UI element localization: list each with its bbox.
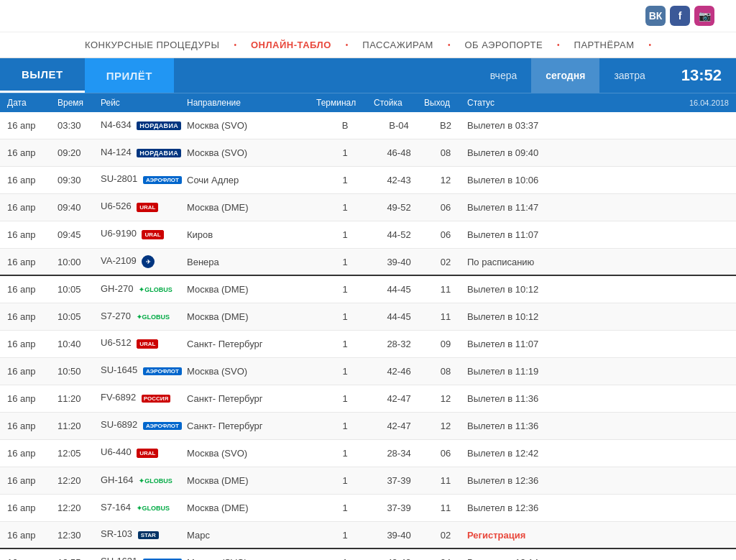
cell-stojka: 42-48 — [374, 557, 424, 560]
nav-about[interactable]: ОБ АЭРОПОРТЕ — [464, 40, 543, 50]
table-row: 16 апр 12:20 GH-164 ✦GLOBUS Москва (DME)… — [0, 467, 736, 495]
nav-konkurs[interactable]: КОНКУРСНЫЕ ПРОЦЕДУРЫ — [85, 40, 220, 50]
cell-status: Вылетел в 12:36 — [467, 475, 729, 486]
facebook-icon[interactable]: f — [670, 6, 690, 26]
cell-dest: Москва (DME) — [187, 475, 316, 486]
cell-exit: B2 — [424, 120, 467, 131]
col-header-stojka: Стойка — [374, 98, 424, 108]
cell-terminal: B — [316, 120, 374, 131]
tab-depart[interactable]: ВЫЛЕТ — [0, 58, 85, 93]
cell-status: Вылетел в 11:07 — [467, 229, 729, 240]
cell-terminal: 1 — [316, 366, 374, 377]
cell-stojka: 49-52 — [374, 202, 424, 213]
cell-dest: Санкт- Петербург — [187, 339, 316, 349]
table-row: 16 апр 10:05 GH-270 ✦GLOBUS Москва (DME)… — [0, 276, 736, 303]
cell-status: Вылетел в 10:12 — [467, 311, 729, 322]
top-nav: ВК f 📷 — [0, 0, 736, 32]
cell-status: Вылетел в 11:47 — [467, 202, 729, 213]
nav-partners[interactable]: ПАРТНЁРАМ — [574, 40, 635, 50]
cell-dest: Москва (SVO) — [187, 557, 316, 560]
vk-icon[interactable]: ВК — [645, 6, 666, 26]
col-header-status: Статус — [467, 98, 689, 108]
table-row: 16 апр 12:05 U6-440 URAL Москва (SVO) 1 … — [0, 440, 736, 467]
cell-flight: S7-164 ✦GLOBUS — [101, 502, 187, 515]
cell-stojka: 37-39 — [374, 502, 424, 513]
col-header-dest: Направление — [187, 98, 316, 108]
date-tabs: вчера сегодня завтра — [476, 58, 660, 93]
cell-time: 11:20 — [58, 421, 101, 431]
cell-stojka: 39-40 — [374, 530, 424, 541]
cell-dest: Киров — [187, 229, 316, 240]
cell-status: Регистрация — [467, 530, 729, 541]
table-row: 16 апр 10:50 SU-1645 АЭРОФЛОТ Москва (SV… — [0, 358, 736, 385]
cell-exit: 04 — [424, 557, 467, 560]
cell-stojka: 42-47 — [374, 421, 424, 431]
cell-terminal: 1 — [316, 448, 374, 459]
cell-status: Вылетел в 03:37 — [467, 120, 729, 131]
cell-stojka: 44-52 — [374, 229, 424, 240]
nav-passengers[interactable]: ПАССАЖИРАМ — [362, 40, 433, 50]
cell-date: 16 апр — [7, 475, 58, 486]
cell-exit: 12 — [424, 175, 467, 185]
cell-stojka: 44-45 — [374, 284, 424, 295]
cell-time: 10:40 — [58, 339, 101, 349]
cell-dest: Москва (DME) — [187, 202, 316, 213]
cell-dest: Москва (SVO) — [187, 366, 316, 377]
tab-arrive[interactable]: ПРИЛЁТ — [85, 58, 174, 93]
tab-tomorrow[interactable]: завтра — [599, 58, 659, 93]
cell-time: 09:20 — [58, 147, 101, 158]
cell-terminal: 1 — [316, 257, 374, 267]
cell-flight: N4-634 НОРДАВИА — [101, 119, 187, 132]
cell-date: 16 апр — [7, 448, 58, 459]
cell-date: 16 апр — [7, 557, 58, 560]
cell-dest: Санкт- Петербург — [187, 393, 316, 404]
cell-stojka: 42-46 — [374, 366, 424, 377]
table-row: 16 апр 11:20 FV-6892 РОССИЯ Санкт- Петер… — [0, 385, 736, 413]
cell-stojka: 42-47 — [374, 393, 424, 404]
cell-exit: 06 — [424, 229, 467, 240]
cell-dest: Санкт- Петербург — [187, 421, 316, 431]
cell-time: 09:40 — [58, 202, 101, 213]
social-icons: ВК f 📷 — [645, 6, 714, 26]
col-header-terminal: Терминал — [316, 98, 374, 108]
col-header-time: Время — [58, 98, 101, 108]
cell-terminal: 1 — [316, 202, 374, 213]
cell-terminal: 1 — [316, 284, 374, 295]
cell-date: 16 апр — [7, 421, 58, 431]
table-row: 16 апр 09:20 N4-124 НОРДАВИА Москва (SVO… — [0, 139, 736, 167]
cell-dest: Сочи Адлер — [187, 175, 316, 185]
nav-online-tablo[interactable]: ОНЛАЙН-ТАБЛО — [251, 40, 331, 50]
cell-time: 09:30 — [58, 175, 101, 185]
cell-time: 10:00 — [58, 257, 101, 267]
cell-time: 10:05 — [58, 284, 101, 295]
cell-dest: Москва (SVO) — [187, 448, 316, 459]
cell-date: 16 апр — [7, 147, 58, 158]
cell-dest: Москва (DME) — [187, 502, 316, 513]
cell-stojka: 28-34 — [374, 448, 424, 459]
cell-time: 03:30 — [58, 120, 101, 131]
cell-terminal: 1 — [316, 393, 374, 404]
cell-time: 09:45 — [58, 229, 101, 240]
cell-date: 16 апр — [7, 229, 58, 240]
cell-status: Вылетел в 09:40 — [467, 147, 729, 158]
cell-date: 16 апр — [7, 366, 58, 377]
table-row: 16 апр 09:40 U6-526 URAL Москва (DME) 1 … — [0, 194, 736, 221]
cell-flight: GH-270 ✦GLOBUS — [101, 283, 187, 296]
cell-date: 16 апр — [7, 311, 58, 322]
cell-status: Вылетел в 10:12 — [467, 284, 729, 295]
cell-time: 10:50 — [58, 366, 101, 377]
cell-status: Вылетел в 11:36 — [467, 393, 729, 404]
cell-stojka: 44-45 — [374, 311, 424, 322]
cell-time: 12:20 — [58, 502, 101, 513]
column-headers: Дата Время Рейс Направление Терминал Сто… — [0, 93, 736, 112]
cell-terminal: 1 — [316, 530, 374, 541]
tab-today[interactable]: сегодня — [531, 58, 599, 93]
cell-exit: 02 — [424, 530, 467, 541]
tab-yesterday[interactable]: вчера — [476, 58, 531, 93]
table-row: 16 апр 09:45 U6-9190 URAL Киров 1 44-52 … — [0, 221, 736, 249]
instagram-icon[interactable]: 📷 — [694, 6, 714, 26]
cell-dest: Москва (DME) — [187, 311, 316, 322]
cell-date: 16 апр — [7, 393, 58, 404]
cell-flight: N4-124 НОРДАВИА — [101, 147, 187, 160]
cell-dest: Венера — [187, 257, 316, 267]
